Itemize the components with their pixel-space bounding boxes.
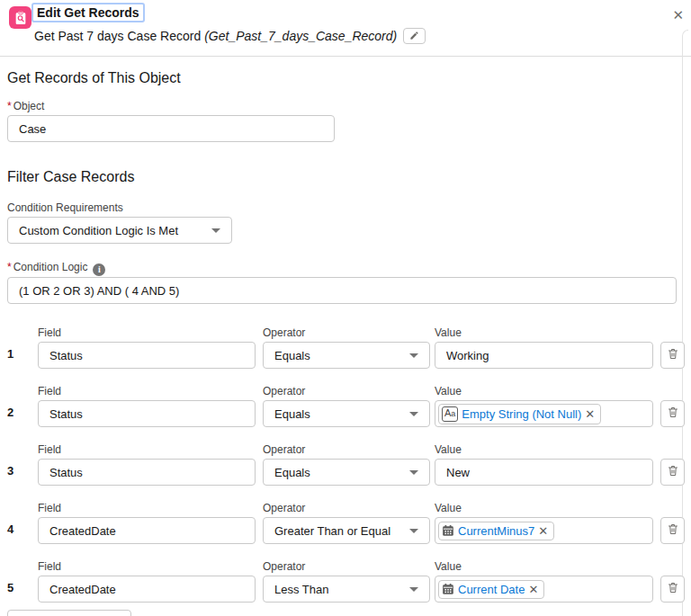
operator-select[interactable]: Less Than <box>263 576 430 603</box>
object-section-heading: Get Records of This Object <box>7 70 181 86</box>
value-input[interactable]: AaEmpty String (Not Null)✕ <box>435 400 653 427</box>
delete-condition-button[interactable] <box>660 459 685 486</box>
chevron-down-icon <box>409 353 418 358</box>
remove-pill-icon[interactable]: ✕ <box>585 408 595 420</box>
element-label: Get Past 7 days Case Record <box>34 29 201 43</box>
field-label: Field <box>38 326 256 339</box>
field-value: Status <box>49 466 83 479</box>
value-input[interactable]: CurrentMinus7✕ <box>435 517 653 544</box>
operator-select[interactable]: Greater Than or Equal <box>263 517 430 544</box>
operator-value: Equals <box>274 407 310 421</box>
object-value: Case <box>19 122 46 136</box>
condition-logic-input[interactable]: (1 OR 2 OR 3) AND ( 4 AND 5) <box>7 277 677 304</box>
field-value: CreatedDate <box>49 524 116 538</box>
trash-icon <box>668 582 678 596</box>
required-asterisk: * <box>7 261 12 273</box>
field-input[interactable]: CreatedDate <box>38 576 256 603</box>
value-text: Working <box>446 349 489 362</box>
chevron-down-icon <box>211 228 220 233</box>
object-input[interactable]: Case <box>7 115 335 142</box>
filter-section-heading: Filter Case Records <box>7 169 134 185</box>
field-label: Field <box>38 385 256 397</box>
value-label: Value <box>435 443 653 456</box>
value-label: Value <box>435 502 653 514</box>
value-pill[interactable]: CurrentMinus7✕ <box>438 522 554 540</box>
delete-condition-button[interactable] <box>660 400 685 427</box>
info-icon[interactable]: i <box>93 263 105 276</box>
field-label: Field <box>38 443 256 456</box>
delete-condition-button[interactable] <box>660 342 685 369</box>
field-input[interactable]: Status <box>38 342 256 369</box>
operator-select[interactable]: Equals <box>263 342 430 369</box>
condition-requirements-value: Custom Condition Logic Is Met <box>19 224 178 237</box>
field-label: Field <box>38 560 256 573</box>
field-input[interactable]: CreatedDate <box>38 517 256 544</box>
trash-icon <box>668 465 678 479</box>
chevron-down-icon <box>409 529 418 533</box>
close-icon[interactable]: ✕ <box>670 6 686 23</box>
delete-condition-button[interactable] <box>660 576 685 603</box>
element-api-name: (Get_Past_7_days_Case_Record) <box>204 29 397 43</box>
condition-row: 3 Field Status Operator Equals Value New <box>0 439 691 497</box>
condition-row-number: 2 <box>7 406 27 419</box>
value-label: Value <box>435 560 653 573</box>
field-value: Status <box>49 349 83 362</box>
required-asterisk: * <box>7 100 12 112</box>
value-input[interactable]: New <box>435 459 653 486</box>
delete-condition-button[interactable] <box>660 517 685 544</box>
value-pill[interactable]: AaEmpty String (Not Null)✕ <box>438 404 601 424</box>
pill-label: Empty String (Not Null) <box>462 407 581 421</box>
calendar-icon <box>442 524 454 537</box>
chevron-down-icon <box>409 412 418 416</box>
value-label: Value <box>435 385 653 397</box>
condition-row: 2 Field Status Operator Equals Value AaE… <box>0 380 691 439</box>
dialog-header: Edit Get Records Get Past 7 days Case Re… <box>0 0 691 57</box>
operator-value: Less Than <box>274 583 328 596</box>
trash-icon <box>668 406 678 421</box>
remove-pill-icon[interactable]: ✕ <box>538 525 548 537</box>
operator-label: Operator <box>263 560 430 573</box>
field-value: Status <box>49 407 83 421</box>
trash-icon <box>668 348 678 362</box>
value-label: Value <box>435 326 653 339</box>
element-label-row: Get Past 7 days Case Record (Get_Past_7_… <box>34 28 426 44</box>
condition-row-number: 3 <box>7 464 27 478</box>
condition-row: 5 Field CreatedDate Operator Less Than V… <box>0 556 691 614</box>
operator-value: Equals <box>274 466 310 479</box>
edit-label-button[interactable] <box>403 28 426 44</box>
operator-label: Operator <box>263 326 430 339</box>
add-condition-button[interactable] <box>7 610 131 616</box>
condition-row: 4 Field CreatedDate Operator Greater Tha… <box>0 497 691 556</box>
condition-requirements-label: Condition Requirements <box>7 201 123 214</box>
chevron-down-icon <box>409 470 418 475</box>
object-label: *Object <box>7 100 44 112</box>
field-input[interactable]: Status <box>38 400 256 427</box>
field-label: Field <box>38 502 256 514</box>
remove-pill-icon[interactable]: ✕ <box>528 584 538 595</box>
get-records-icon <box>9 6 31 29</box>
condition-logic-label: *Condition Logici <box>7 261 105 276</box>
condition-row-number: 1 <box>7 347 27 361</box>
operator-label: Operator <box>263 502 430 514</box>
value-input[interactable]: Working <box>435 342 653 369</box>
condition-row: 1 Field Status Operator Equals Value Wor… <box>0 322 691 380</box>
operator-label: Operator <box>263 443 430 456</box>
pill-label: Current Date <box>458 583 525 596</box>
operator-select[interactable]: Equals <box>263 400 430 427</box>
value-input[interactable]: Current Date✕ <box>435 576 653 603</box>
condition-requirements-select[interactable]: Custom Condition Logic Is Met <box>7 217 232 244</box>
chevron-down-icon <box>409 587 418 592</box>
operator-value: Equals <box>274 349 310 362</box>
trash-icon <box>668 523 678 538</box>
value-pill[interactable]: Current Date✕ <box>438 580 544 599</box>
text-type-icon: Aa <box>442 406 458 422</box>
condition-row-number: 5 <box>7 581 27 594</box>
pill-label: CurrentMinus7 <box>458 524 534 538</box>
condition-logic-value: (1 OR 2 OR 3) AND ( 4 AND 5) <box>19 284 179 298</box>
operator-label: Operator <box>263 385 430 397</box>
condition-row-number: 4 <box>7 522 27 536</box>
value-text: New <box>446 466 470 479</box>
field-input[interactable]: Status <box>38 459 256 486</box>
operator-select[interactable]: Equals <box>263 459 430 486</box>
calendar-icon <box>442 583 454 595</box>
